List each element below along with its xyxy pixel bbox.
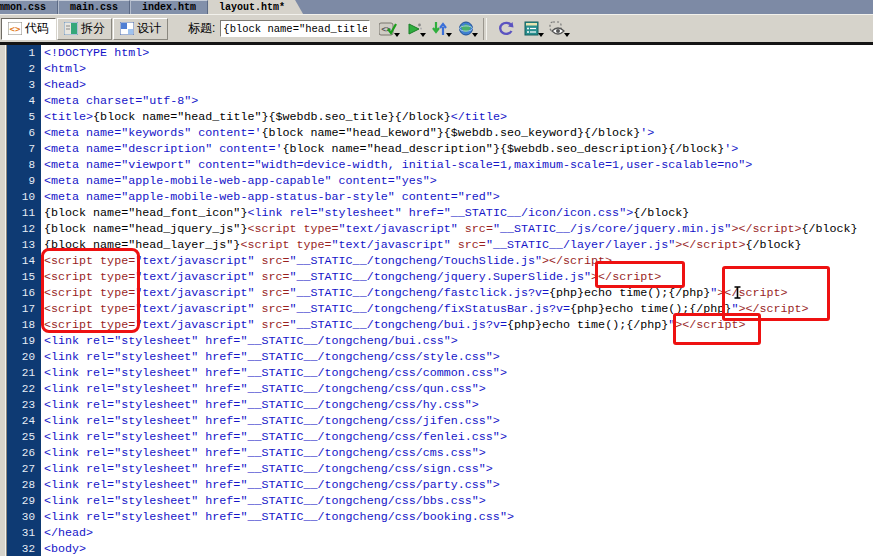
code-line: <script type="text/javascript" src="__ST… <box>41 253 873 269</box>
code-line: <link rel="stylesheet" href="__STATIC__/… <box>41 397 873 413</box>
design-view-button[interactable]: 设计 <box>113 18 168 40</box>
code-line: <script type="text/javascript" src="__ST… <box>41 301 873 317</box>
line-number: 17 <box>7 301 41 317</box>
line-number: 5 <box>7 109 41 125</box>
line-number: 2 <box>7 61 41 77</box>
line-number: 10 <box>7 189 41 205</box>
browser-globe-button[interactable] <box>454 18 478 40</box>
document-title-input[interactable] <box>220 20 370 37</box>
split-view-button[interactable]: 拆分 <box>57 18 112 40</box>
design-view-label: 设计 <box>137 20 161 37</box>
code-line: <script type="text/javascript" src="__ST… <box>41 285 873 301</box>
document-tab-bar: mmon.cssmain.cssindex.htmlayout.htm* <box>0 0 873 14</box>
svg-text:<>: <> <box>10 24 21 34</box>
line-number: 14 <box>7 253 41 269</box>
design-view-icon <box>120 22 134 35</box>
split-view-label: 拆分 <box>81 20 105 37</box>
editor-tab-layout-htm-[interactable]: layout.htm* <box>208 0 303 14</box>
code-line: <meta name="apple-mobile-web-app-capable… <box>41 173 873 189</box>
coding-toolbar-strip <box>0 45 7 556</box>
code-line: <script type="text/javascript" src="__ST… <box>41 317 873 333</box>
refresh-button[interactable] <box>494 18 518 40</box>
line-number: 25 <box>7 429 41 445</box>
line-number: 20 <box>7 349 41 365</box>
line-number: 19 <box>7 333 41 349</box>
code-line: <script type="text/javascript" src="__ST… <box>41 269 873 285</box>
code-line: <link rel="stylesheet" href="__STATIC__/… <box>41 445 873 461</box>
line-number: 28 <box>7 477 41 493</box>
code-line: <meta name="viewport" content="width=dev… <box>41 157 873 173</box>
code-line: <body> <box>41 541 873 556</box>
split-view-icon <box>64 22 78 35</box>
editor-tab-mmon-css[interactable]: mmon.css <box>0 0 58 14</box>
code-line: <html> <box>41 61 873 77</box>
line-number: 26 <box>7 445 41 461</box>
code-line: <link rel="stylesheet" href="__STATIC__/… <box>41 461 873 477</box>
view-options-button[interactable] <box>520 18 544 40</box>
chevron-down-icon <box>472 33 478 37</box>
chevron-down-icon <box>538 33 544 37</box>
line-number: 13 <box>7 237 41 253</box>
chevron-down-icon <box>420 33 426 37</box>
code-line: <link rel="stylesheet" href="__STATIC__/… <box>41 381 873 397</box>
document-toolbar: <> 代码 拆分 设计 标题: <box>0 14 873 42</box>
validate-markup-button[interactable]: <> <box>376 18 400 40</box>
code-line: <link rel="stylesheet" href="__STATIC__/… <box>41 365 873 381</box>
code-lines: <!DOCTYPE html><html><head><meta charset… <box>41 45 873 556</box>
dreamweaver-code-editor-window: mmon.cssmain.cssindex.htmlayout.htm* <> … <box>0 0 873 556</box>
line-number: 1 <box>7 45 41 61</box>
code-view-label: 代码 <box>25 20 49 37</box>
line-number: 6 <box>7 125 41 141</box>
refresh-icon <box>498 21 514 36</box>
code-view-button[interactable]: <> 代码 <box>1 18 56 40</box>
code-line: <meta name="description" content='{block… <box>41 141 873 157</box>
code-line: <meta name="apple-mobile-web-app-status-… <box>41 189 873 205</box>
code-line: <meta charset="utf-8"> <box>41 93 873 109</box>
line-number: 11 <box>7 205 41 221</box>
code-line: <meta name="keywords" content='{block na… <box>41 125 873 141</box>
code-view-icon: <> <box>8 22 22 35</box>
line-number: 16 <box>7 285 41 301</box>
code-editor-pane[interactable]: 1234567891011121314151617181920212223242… <box>0 45 873 556</box>
code-line: <link rel="stylesheet" href="__STATIC__/… <box>41 413 873 429</box>
code-line: <title>{block name="head_title"}{$webdb.… <box>41 109 873 125</box>
chevron-down-icon <box>564 33 570 37</box>
line-number: 18 <box>7 317 41 333</box>
line-number: 32 <box>7 541 41 556</box>
code-line: <link rel="stylesheet" href="__STATIC__/… <box>41 477 873 493</box>
code-line: {block name="head_font_icon"}<link rel="… <box>41 205 873 221</box>
code-line: <link rel="stylesheet" href="__STATIC__/… <box>41 509 873 525</box>
line-number: 31 <box>7 525 41 541</box>
code-line: {block name="head_layer_js"}<script type… <box>41 237 873 253</box>
preview-debug-button[interactable] <box>402 18 426 40</box>
editor-tab-index-htm[interactable]: index.htm <box>130 0 208 14</box>
code-line: <link rel="stylesheet" href="__STATIC__/… <box>41 349 873 365</box>
line-number: 8 <box>7 157 41 173</box>
toolbar-separator <box>483 18 487 40</box>
line-number: 3 <box>7 77 41 93</box>
line-number: 27 <box>7 461 41 477</box>
code-line: <link rel="stylesheet" href="__STATIC__/… <box>41 429 873 445</box>
line-number: 15 <box>7 269 41 285</box>
code-line: </head> <box>41 525 873 541</box>
line-number: 9 <box>7 173 41 189</box>
code-line: <link rel="stylesheet" href="__STATIC__/… <box>41 493 873 509</box>
line-number: 21 <box>7 365 41 381</box>
chevron-down-icon <box>446 33 452 37</box>
line-number: 24 <box>7 413 41 429</box>
line-number-gutter: 1234567891011121314151617181920212223242… <box>7 45 41 556</box>
code-line: <link rel="stylesheet" href="__STATIC__/… <box>41 333 873 349</box>
line-number: 29 <box>7 493 41 509</box>
line-number: 12 <box>7 221 41 237</box>
line-number: 7 <box>7 141 41 157</box>
code-line: <!DOCTYPE html> <box>41 45 873 61</box>
visual-aids-button[interactable] <box>546 18 570 40</box>
code-line: <head> <box>41 77 873 93</box>
file-transfer-button[interactable] <box>428 18 452 40</box>
line-number: 30 <box>7 509 41 525</box>
code-line: {block name="head_jquery_js"}<script typ… <box>41 221 873 237</box>
line-number: 23 <box>7 397 41 413</box>
line-number: 22 <box>7 381 41 397</box>
chevron-down-icon <box>394 33 400 37</box>
editor-tab-main-css[interactable]: main.css <box>58 0 130 14</box>
